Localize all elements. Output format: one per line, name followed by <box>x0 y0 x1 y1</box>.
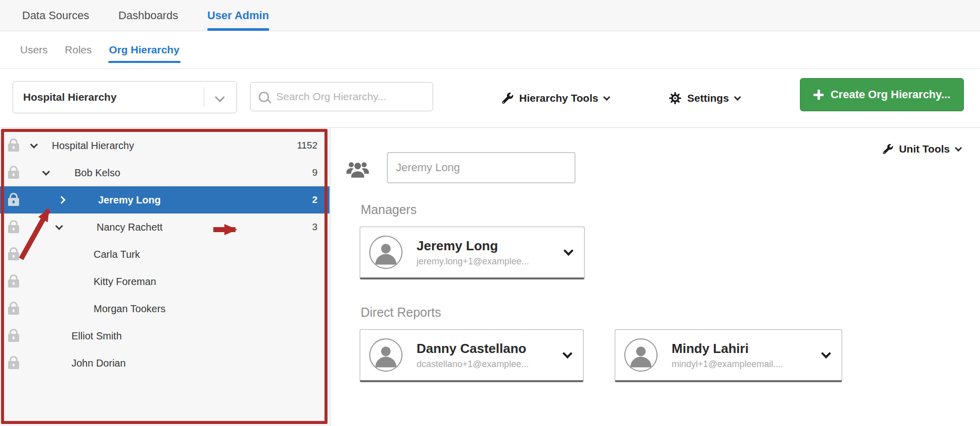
tree-row-hospital-hierarchy[interactable]: Hospital Hierarchy 1152 <box>0 132 330 159</box>
tab-org-hierarchy[interactable]: Org Hierarchy <box>108 31 181 68</box>
tree-node-count: 1152 <box>297 140 317 151</box>
hierarchy-tools-menu[interactable]: Hierarchy Tools <box>502 69 609 127</box>
divider <box>204 87 204 107</box>
chevron-down-icon[interactable] <box>562 348 573 359</box>
person-info: Danny Castellano dcastellano+1@examplee.… <box>417 341 557 370</box>
hierarchy-select-value: Hospital Hierarchy <box>13 91 204 103</box>
tree-node-label[interactable]: Jeremy Long <box>98 194 160 206</box>
gear-icon <box>669 92 681 104</box>
person-email: mindyl+1@exampleemail.... <box>672 359 815 370</box>
search-icon <box>259 92 269 102</box>
chevron-down-icon <box>955 145 962 152</box>
tree-node-label[interactable]: Nancy Rachett <box>97 222 162 233</box>
tree-row-nancy-rachett[interactable]: Nancy Rachett 3 <box>0 214 330 241</box>
lock-icon <box>8 252 19 260</box>
direct-reports-section-title: Direct Reports <box>361 305 441 320</box>
chevron-down-icon[interactable] <box>821 348 831 359</box>
tree-node-label[interactable]: Kitty Foreman <box>94 276 156 288</box>
search-input[interactable] <box>275 90 433 103</box>
sub-nav: Users Roles Org Hierarchy <box>0 31 980 69</box>
tab-user-admin[interactable]: User Admin <box>207 0 269 31</box>
direct-reports-card-row: Danny Castellano dcastellano+1@examplee.… <box>360 329 842 382</box>
tree-node-label[interactable]: John Dorian <box>71 358 126 369</box>
settings-label: Settings <box>687 92 729 104</box>
create-org-hierarchy-button[interactable]: Create Org Hierarchy... <box>800 78 964 111</box>
person-email: dcastellano+1@examplee... <box>417 359 557 370</box>
tree-node-label[interactable]: Elliot Smith <box>71 330 122 342</box>
chevron-down-icon <box>734 94 741 101</box>
tree-row-elliot-smith[interactable]: Elliot Smith <box>0 322 330 349</box>
person-info: Jeremy Long jeremy.long+1@examplee... <box>417 238 558 267</box>
lock-icon <box>8 198 19 206</box>
lock-icon <box>8 279 19 288</box>
lock-icon <box>8 225 19 233</box>
wrench-icon <box>502 93 513 104</box>
lock-icon <box>8 307 19 315</box>
tab-roles[interactable]: Roles <box>64 31 93 68</box>
org-hierarchy-toolbar: Hospital Hierarchy Hierarchy Tools <box>0 69 980 127</box>
tab-users[interactable]: Users <box>19 31 49 68</box>
tree-row-bob-kelso[interactable]: Bob Kelso 9 <box>0 159 330 186</box>
tree-node-count: 3 <box>312 222 317 233</box>
tree-node-label[interactable]: Bob Kelso <box>74 167 120 179</box>
report-card-mindy-lahiri[interactable]: Mindy Lahiri mindyl+1@exampleemail.... <box>615 329 842 382</box>
create-org-hierarchy-label: Create Org Hierarchy... <box>831 88 950 101</box>
tree-node-label[interactable]: Morgan Tookers <box>94 303 166 315</box>
person-name: Danny Castellano <box>417 341 557 357</box>
tree-node-label[interactable]: Hospital Hierarchy <box>52 140 134 152</box>
avatar <box>624 338 658 372</box>
content-area: Hospital Hierarchy 1152 Bob Kelso 9 Jere… <box>0 127 980 426</box>
chevron-down-icon <box>215 92 225 102</box>
hierarchy-select[interactable]: Hospital Hierarchy <box>13 81 237 113</box>
hierarchy-tools-label: Hierarchy Tools <box>519 92 598 104</box>
avatar <box>369 236 402 269</box>
tree-node-label[interactable]: Carla Turk <box>94 249 140 260</box>
lock-icon <box>8 144 19 152</box>
org-hierarchy-tree-panel: Hospital Hierarchy 1152 Bob Kelso 9 Jere… <box>0 128 331 426</box>
tree-rows: Hospital Hierarchy 1152 Bob Kelso 9 Jere… <box>0 132 330 377</box>
search-box <box>250 82 433 111</box>
managers-section-title: Managers <box>361 202 417 217</box>
manager-card-jeremy-long[interactable]: Jeremy Long jeremy.long+1@examplee... <box>360 227 585 279</box>
chevron-down-icon <box>603 94 610 101</box>
settings-menu[interactable]: Settings <box>669 69 740 127</box>
plus-icon <box>813 90 824 100</box>
person-name: Jeremy Long <box>417 238 558 254</box>
top-nav: Data Sources Dashboards User Admin <box>0 0 980 31</box>
report-card-danny-castellano[interactable]: Danny Castellano dcastellano+1@examplee.… <box>360 329 584 382</box>
person-name: Mindy Lahiri <box>672 341 815 357</box>
org-unit-group-icon <box>346 157 370 181</box>
lock-icon <box>8 171 19 179</box>
unit-tools-menu[interactable]: Unit Tools <box>883 143 961 155</box>
lock-icon <box>8 361 19 369</box>
wrench-icon <box>883 144 893 154</box>
unit-name-input[interactable] <box>387 152 576 183</box>
tree-row-kitty-foreman[interactable]: Kitty Foreman <box>0 268 330 295</box>
tree-row-jeremy-long-selected[interactable]: Jeremy Long 2 <box>0 186 330 214</box>
tree-node-count: 9 <box>312 167 317 178</box>
chevron-down-icon[interactable] <box>563 246 574 256</box>
lock-icon <box>8 334 19 342</box>
unit-detail-panel: Unit Tools Managers Jeremy Long jeremy.l… <box>331 128 980 426</box>
person-info: Mindy Lahiri mindyl+1@exampleemail.... <box>672 341 815 370</box>
person-email: jeremy.long+1@examplee... <box>417 256 558 267</box>
tree-row-john-dorian[interactable]: John Dorian <box>0 349 330 377</box>
chevron-down-icon[interactable] <box>30 140 38 149</box>
tree-node-count: 2 <box>312 194 317 205</box>
unit-tools-label: Unit Tools <box>899 143 950 155</box>
tree-row-morgan-tookers[interactable]: Morgan Tookers <box>0 295 330 322</box>
chevron-right-icon[interactable] <box>58 196 66 204</box>
tab-dashboards[interactable]: Dashboards <box>118 0 178 31</box>
chevron-down-icon[interactable] <box>42 168 50 176</box>
tab-data-sources[interactable]: Data Sources <box>22 0 89 31</box>
avatar <box>369 338 402 372</box>
tree-row-carla-turk[interactable]: Carla Turk <box>0 241 330 268</box>
chevron-down-icon[interactable] <box>55 222 63 230</box>
org-hierarchy-admin-page: Data Sources Dashboards User Admin Users… <box>0 0 980 426</box>
managers-card-row: Jeremy Long jeremy.long+1@examplee... <box>360 227 585 279</box>
